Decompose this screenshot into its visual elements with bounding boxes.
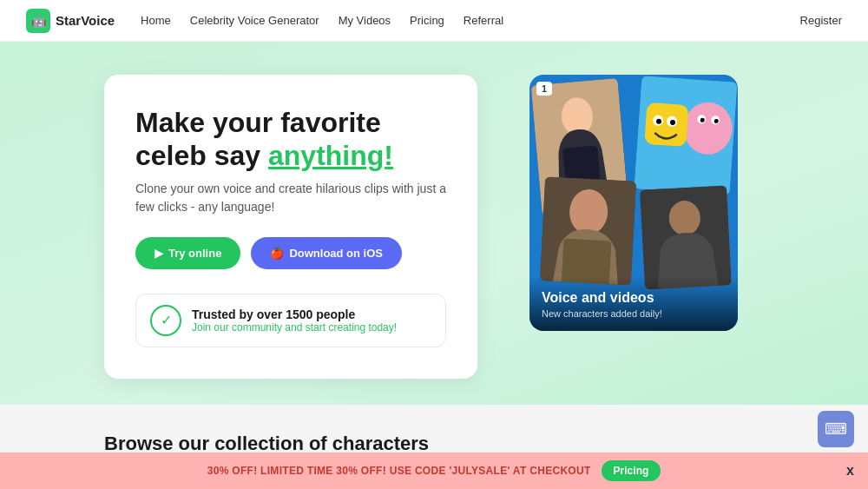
hero-title: Make your favorite celeb say anything!	[135, 106, 446, 173]
hero-subtitle: Clone your own voice and create hilariou…	[135, 180, 446, 216]
nav-my-videos[interactable]: My Videos	[339, 14, 391, 27]
discord-icon: ⌨	[825, 420, 847, 439]
download-ios-button[interactable]: 🍎 Download on iOS	[251, 237, 402, 269]
try-online-button[interactable]: ▶ Try online	[135, 237, 240, 269]
collage-wrapper: 1	[529, 75, 738, 331]
navbar: 🤖 StarVoice Home Celebrity Voice Generat…	[0, 0, 868, 42]
collage-image-2	[635, 76, 738, 195]
promo-bar: 30% OFF! LIMITED TIME 30% OFF! USE CODE …	[0, 453, 868, 489]
hero-image-container: 1	[529, 75, 738, 335]
collage-label-title: Voice and videos	[542, 290, 726, 306]
promo-text: 30% OFF! LIMITED TIME 30% OFF! USE CODE …	[207, 465, 591, 477]
trust-text: Trusted by over 1500 people Join our com…	[192, 307, 397, 334]
svg-rect-9	[644, 102, 688, 147]
main-background: Make your favorite celeb say anything! C…	[0, 42, 868, 489]
collage-label: Voice and videos New characters added da…	[529, 276, 738, 331]
hero-card: Make your favorite celeb say anything! C…	[104, 75, 477, 379]
register-button[interactable]: Register	[800, 14, 842, 27]
browse-title: Browse our collection of characters	[104, 433, 764, 455]
trust-text-sub: Join our community and start creating to…	[192, 321, 397, 334]
trust-check-icon: ✓	[150, 305, 181, 336]
nav-pricing[interactable]: Pricing	[410, 14, 444, 27]
nav-home[interactable]: Home	[141, 14, 171, 27]
trust-badge: ✓ Trusted by over 1500 people Join our c…	[135, 294, 446, 347]
trust-text-main: Trusted by over 1500 people	[192, 307, 397, 321]
nav-celebrity-voice[interactable]: Celebrity Voice Generator	[190, 14, 319, 27]
hero-buttons: ▶ Try online 🍎 Download on iOS	[135, 237, 446, 269]
promo-close-button[interactable]: x	[846, 463, 854, 479]
nav-referral[interactable]: Referral	[464, 14, 503, 27]
apple-icon: 🍎	[270, 247, 284, 260]
promo-pricing-button[interactable]: Pricing	[602, 460, 661, 481]
play-icon: ▶	[155, 247, 163, 260]
collage-image-4	[640, 185, 732, 289]
hero-title-highlight: anything!	[268, 140, 393, 171]
collage-label-sub: New characters added daily!	[542, 308, 726, 319]
collage-number-badge: 1	[536, 82, 552, 96]
brand[interactable]: 🤖 StarVoice	[26, 9, 115, 33]
collage-image-3	[540, 176, 636, 285]
discord-button[interactable]: ⌨	[818, 411, 854, 447]
brand-logo-icon: 🤖	[26, 9, 50, 33]
hero-section: Make your favorite celeb say anything! C…	[0, 42, 868, 405]
nav-links: Home Celebrity Voice Generator My Videos…	[141, 14, 799, 27]
brand-name: StarVoice	[56, 13, 115, 28]
